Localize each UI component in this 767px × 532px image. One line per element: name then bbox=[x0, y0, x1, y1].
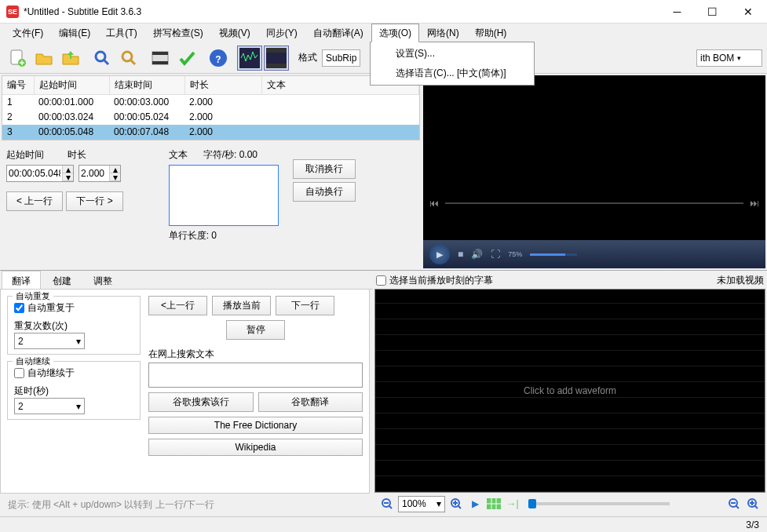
menu-sync[interactable]: 同步(Y) bbox=[258, 24, 305, 42]
menu-network[interactable]: 网络(N) bbox=[419, 24, 467, 42]
col-end[interactable]: 结束时间 bbox=[109, 76, 184, 95]
fullscreen-icon[interactable]: ⛶ bbox=[491, 249, 500, 260]
help-button[interactable]: ? bbox=[206, 46, 231, 71]
dropdown-language[interactable]: 选择语言(C)... [中文(简体)] bbox=[372, 64, 532, 83]
maximize-button[interactable]: ☐ bbox=[695, 0, 730, 24]
menu-video[interactable]: 视频(V) bbox=[211, 24, 258, 42]
col-start[interactable]: 起始时间 bbox=[34, 76, 109, 95]
window-title: *Untitled - Subtitle Edit 3.6.3 bbox=[24, 6, 659, 17]
titlebar: SE *Untitled - Subtitle Edit 3.6.3 ─ ☐ ✕ bbox=[0, 0, 767, 24]
volume-slider[interactable] bbox=[530, 253, 577, 256]
waveform-button[interactable] bbox=[237, 46, 262, 71]
find-button[interactable] bbox=[89, 46, 115, 71]
prev-line-button[interactable]: < 上一行 bbox=[6, 191, 63, 211]
waveform-area[interactable]: Click to add waveform bbox=[374, 289, 765, 493]
subtitle-grid[interactable]: 编号 起始时间 结束时间 时长 文本 100:00:01.00000:00:03… bbox=[2, 75, 420, 140]
zoom-in-icon[interactable] bbox=[448, 496, 464, 512]
text-label: 文本 bbox=[169, 148, 188, 162]
next-button[interactable]: 下一行 bbox=[276, 296, 334, 315]
svg-text:?: ? bbox=[215, 54, 221, 65]
new-button[interactable] bbox=[5, 46, 30, 71]
statusbar: 3/3 bbox=[0, 516, 767, 532]
position-slider[interactable] bbox=[528, 502, 670, 505]
menu-spellcheck[interactable]: 拼写检查(S) bbox=[145, 24, 211, 42]
text-editor[interactable] bbox=[169, 165, 279, 226]
volume-value: 75% bbox=[508, 250, 522, 258]
stop-icon[interactable]: ■ bbox=[458, 249, 463, 260]
no-video-label: 未加载视频 bbox=[717, 274, 764, 287]
start-spinner[interactable]: ▴▾ bbox=[6, 165, 74, 182]
menu-edit[interactable]: 编辑(E) bbox=[51, 24, 98, 42]
play-button[interactable]: ▶ bbox=[429, 244, 450, 264]
search-input[interactable] bbox=[148, 363, 363, 388]
spectrogram-button[interactable] bbox=[264, 46, 289, 71]
menu-autotranslate[interactable]: 自动翻译(A) bbox=[305, 24, 371, 42]
chars-per-sec: 字符/秒: 0.00 bbox=[203, 148, 257, 162]
save-button[interactable] bbox=[58, 46, 83, 71]
replace-button[interactable] bbox=[116, 46, 141, 71]
seekbar[interactable]: ⏮⏭ bbox=[423, 198, 765, 209]
prev-button[interactable]: <上一行 bbox=[148, 296, 207, 315]
google-translate-button[interactable]: 谷歌翻译 bbox=[258, 392, 363, 412]
volume-icon[interactable]: 🔊 bbox=[471, 249, 483, 260]
auto-continue-label: 自动继续于 bbox=[27, 366, 75, 380]
menu-options[interactable]: 选项(O) bbox=[371, 24, 419, 42]
tab-adjust[interactable]: 调整 bbox=[83, 271, 122, 289]
delay-combo[interactable]: 2▾ bbox=[14, 398, 85, 414]
hint-text: 提示: 使用 <Alt + up/down> 以转到 上一行/下一行 bbox=[0, 494, 373, 516]
next-line-button[interactable]: 下一行 > bbox=[66, 191, 122, 211]
wikipedia-button[interactable]: Wikipedia bbox=[148, 439, 363, 456]
auto-repeat-label: 自动重复于 bbox=[27, 301, 75, 315]
video-player: ⏮⏭ ▶ ■ 🔊 ⛶ 75% bbox=[422, 74, 767, 270]
select-current-label: 选择当前播放时刻的字幕 bbox=[389, 274, 493, 287]
zoom-combo[interactable]: 100%▾ bbox=[398, 496, 445, 512]
visual-sync-button[interactable] bbox=[148, 46, 173, 71]
repeat-count-combo[interactable]: 2▾ bbox=[14, 333, 85, 349]
table-row[interactable]: 200:00:03.02400:00:05.0242.000 bbox=[2, 110, 419, 125]
dur-label: 时长 bbox=[68, 148, 86, 162]
play-icon[interactable]: ▶ bbox=[467, 496, 483, 512]
auto-continue-checkbox[interactable] bbox=[14, 368, 24, 378]
dur-spinner[interactable]: ▴▾ bbox=[79, 165, 121, 182]
waveform-placeholder: Click to add waveform bbox=[524, 385, 616, 396]
zoom-out-icon[interactable] bbox=[379, 496, 395, 512]
play-current-button[interactable]: 播放当前 bbox=[212, 296, 271, 315]
cancel-wrap-button[interactable]: 取消换行 bbox=[293, 159, 356, 179]
table-row[interactable]: 300:00:05.04800:00:07.0482.000 bbox=[2, 125, 419, 140]
encoding-combo[interactable]: ith BOM▾ bbox=[696, 49, 762, 67]
menu-tools[interactable]: 工具(T) bbox=[98, 24, 144, 42]
grid-icon[interactable] bbox=[486, 496, 502, 512]
zoom-in-2-icon[interactable] bbox=[745, 496, 761, 512]
format-label: 格式 bbox=[298, 51, 317, 64]
zoom-out-2-icon[interactable] bbox=[726, 496, 742, 512]
select-current-checkbox[interactable] bbox=[376, 275, 386, 286]
auto-repeat-checkbox[interactable] bbox=[14, 303, 24, 313]
seek-icon[interactable]: →| bbox=[505, 496, 520, 512]
tab-create[interactable]: 创建 bbox=[42, 271, 82, 289]
col-dur[interactable]: 时长 bbox=[184, 76, 262, 95]
minimize-button[interactable]: ─ bbox=[659, 0, 695, 24]
google-search-button[interactable]: 谷歌搜索该行 bbox=[148, 392, 254, 412]
video-area[interactable]: ⏮⏭ bbox=[423, 75, 765, 240]
format-combo[interactable]: SubRip bbox=[322, 49, 360, 67]
close-button[interactable]: ✕ bbox=[730, 0, 765, 24]
pause-button[interactable]: 暂停 bbox=[226, 320, 285, 340]
col-num[interactable]: 编号 bbox=[2, 76, 34, 95]
open-button[interactable] bbox=[31, 46, 57, 71]
repeat-count-label: 重复次数(次) bbox=[14, 319, 133, 333]
dropdown-settings[interactable]: 设置(S)... bbox=[372, 44, 532, 64]
spellcheck-button[interactable] bbox=[174, 46, 199, 71]
line-length: 单行长度: 0 bbox=[169, 229, 279, 242]
dictionary-button[interactable]: The Free Dictionary bbox=[148, 417, 363, 434]
menu-help[interactable]: 帮助(H) bbox=[467, 24, 515, 42]
svg-rect-12 bbox=[266, 64, 287, 68]
delay-label: 延时(秒) bbox=[14, 384, 133, 398]
svg-rect-11 bbox=[266, 48, 287, 53]
options-dropdown: 设置(S)... 选择语言(C)... [中文(简体)] bbox=[370, 42, 535, 86]
search-label: 在网上搜索文本 bbox=[148, 348, 363, 361]
table-row[interactable]: 100:00:01.00000:00:03.0002.000 bbox=[2, 95, 419, 110]
auto-wrap-button[interactable]: 自动换行 bbox=[293, 182, 356, 202]
menu-file[interactable]: 文件(F) bbox=[5, 24, 51, 42]
status-count: 3/3 bbox=[746, 519, 759, 530]
tab-translate[interactable]: 翻译 bbox=[2, 271, 41, 289]
